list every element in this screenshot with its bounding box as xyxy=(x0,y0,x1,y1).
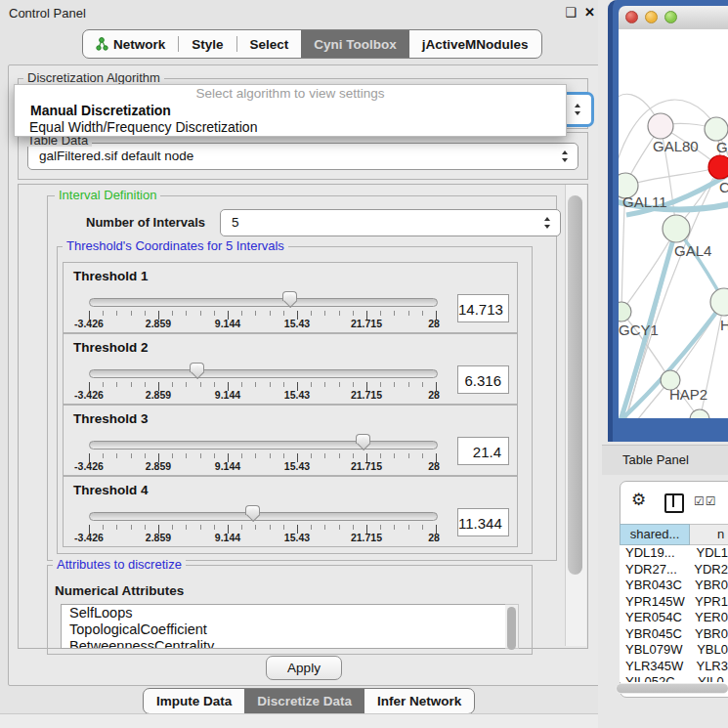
cell[interactable]: YBR045C xyxy=(620,626,688,643)
tick-label: 9.144 xyxy=(215,389,240,401)
table-row[interactable]: YER054CYER0 xyxy=(620,610,728,626)
node-label: GAL11 xyxy=(622,193,667,210)
tick-label: 2.859 xyxy=(146,389,171,401)
slider-thumb[interactable] xyxy=(282,291,297,308)
split-column-icon[interactable] xyxy=(664,493,684,513)
tick-label: 2.859 xyxy=(146,532,171,543)
node-partial-right[interactable] xyxy=(710,288,728,316)
tick-label: 9.144 xyxy=(215,532,240,543)
tab-select[interactable]: Select xyxy=(237,30,302,58)
cell[interactable]: YPR145W xyxy=(620,594,688,611)
stepper-arrows-icon[interactable] xyxy=(562,150,569,162)
tab-network[interactable]: Network xyxy=(83,30,178,58)
cell[interactable]: YLR345W xyxy=(620,659,689,675)
table-row[interactable]: YPR145WYPR1 xyxy=(620,594,728,611)
tab-label: Infer Network xyxy=(377,694,461,708)
stepper-arrows-icon[interactable] xyxy=(575,104,581,115)
tab-label: Select xyxy=(250,37,289,52)
cell[interactable]: YLR3 xyxy=(689,659,728,675)
table-row[interactable]: YBR043CYBR0 xyxy=(620,578,728,594)
cell[interactable]: YDR27... xyxy=(620,562,687,578)
node-table-body[interactable]: YDL19...YDL1 YDR27...YDR2 YBR043CYBR0 YP… xyxy=(620,545,728,682)
settings-scrollbar-thumb[interactable] xyxy=(568,195,582,575)
number-of-intervals-combobox[interactable]: 5 xyxy=(220,209,561,236)
float-window-icon[interactable]: ❑ xyxy=(565,5,577,20)
stepper-arrows-icon[interactable] xyxy=(544,217,551,229)
cell[interactable]: YDL1 xyxy=(689,545,728,562)
slider-track[interactable] xyxy=(89,441,438,450)
table-row[interactable]: YBR045CYBR0 xyxy=(620,626,728,643)
dropdown-item-equal-width[interactable]: Equal Width/Frequency Discretization xyxy=(15,119,566,136)
tick-label: 2.859 xyxy=(146,460,171,472)
threshold-value-field[interactable]: 6.316 xyxy=(457,365,509,394)
node-partial-top-right[interactable] xyxy=(705,117,728,141)
list-item[interactable]: BetweennessCentrality xyxy=(62,638,505,649)
dropdown-prompt-item[interactable]: Select algorithm to view settings xyxy=(15,85,566,103)
table-row[interactable]: YDR27...YDR2 xyxy=(620,562,728,578)
tab-infer-network[interactable]: Infer Network xyxy=(364,689,474,713)
slider-thumb[interactable] xyxy=(190,363,204,379)
table-row[interactable]: YLR345WYLR3 xyxy=(620,659,728,675)
tick-label: 28 xyxy=(428,318,440,329)
slider-track[interactable] xyxy=(89,512,438,521)
cell[interactable]: YBR0 xyxy=(688,626,728,643)
dropdown-item-manual-discretization[interactable]: Manual Discretization xyxy=(15,103,566,119)
list-item[interactable]: TopologicalCoefficient xyxy=(62,621,505,638)
slider-track[interactable] xyxy=(89,298,438,307)
node-gcy1[interactable] xyxy=(619,302,631,321)
network-window-titlebar[interactable] xyxy=(619,6,728,30)
table-horizontal-scrollbar[interactable] xyxy=(616,683,728,694)
tick-label: -3.426 xyxy=(74,532,104,543)
list-item[interactable]: SelfLoops xyxy=(62,605,505,621)
network-canvas[interactable]: GAL80 GA C GAL11 GAL4 GCY1 H HAP2 xyxy=(619,29,728,418)
checkbox-icons[interactable]: ☑☑ xyxy=(694,494,717,508)
cell[interactable]: YPR1 xyxy=(688,594,728,611)
gear-icon[interactable]: ⚙ xyxy=(631,492,646,508)
minimize-traffic-light-icon[interactable] xyxy=(645,11,658,23)
table-data-combobox[interactable]: galFiltered.sif default node xyxy=(27,143,578,170)
cell[interactable]: YBR0 xyxy=(688,578,728,594)
cell[interactable]: YDL19... xyxy=(620,545,689,562)
numerical-attributes-list[interactable]: SelfLoops TopologicalCoefficient Between… xyxy=(61,604,506,649)
threshold-value-field[interactable]: 14.713 xyxy=(457,294,509,322)
tab-jactivemnodules[interactable]: jActiveMNodules xyxy=(409,30,541,58)
tab-discretize-data[interactable]: Discretize Data xyxy=(244,689,364,713)
table-row[interactable]: YIL052CYIL0 xyxy=(620,674,728,682)
cell[interactable]: YER0 xyxy=(688,610,728,626)
node-selected-red[interactable] xyxy=(708,155,728,179)
zoom-traffic-light-icon[interactable] xyxy=(664,11,677,23)
tab-style[interactable]: Style xyxy=(179,30,236,58)
threshold-value-field[interactable]: 11.344 xyxy=(457,508,509,536)
slider-thumb[interactable] xyxy=(356,434,370,450)
column-header-shared-name[interactable]: shared... xyxy=(620,524,690,545)
close-icon[interactable]: ✕ xyxy=(584,5,595,20)
slider-track[interactable] xyxy=(89,369,438,378)
tab-cyni-toolbox[interactable]: Cyni Toolbox xyxy=(301,30,409,58)
cell[interactable]: YER054C xyxy=(620,610,688,626)
threshold-value-field[interactable]: 21.4 xyxy=(457,437,509,465)
cell[interactable]: YDR2 xyxy=(687,562,728,578)
node-gal4[interactable] xyxy=(663,215,690,242)
table-header-row: shared... n xyxy=(620,524,728,545)
cell[interactable]: YIL052C xyxy=(620,674,691,682)
slider-ticks xyxy=(89,382,437,391)
table-panel-titlebar: Table Panel xyxy=(602,445,728,475)
node-label: H xyxy=(720,317,728,333)
cell[interactable]: YBL0 xyxy=(690,642,728,659)
cell[interactable]: YIL0 xyxy=(691,674,724,682)
slider-thumb[interactable] xyxy=(245,505,260,522)
tab-label: Cyni Toolbox xyxy=(314,37,397,52)
table-row[interactable]: YDL19...YDL1 xyxy=(620,545,728,562)
cell[interactable]: YBL079W xyxy=(620,642,690,659)
scrollbar-thumb[interactable] xyxy=(617,684,728,693)
close-traffic-light-icon[interactable] xyxy=(625,11,638,23)
table-row[interactable]: YBL079WYBL0 xyxy=(620,642,728,659)
tab-impute-data[interactable]: Impute Data xyxy=(144,689,244,713)
column-header-name[interactable]: n xyxy=(690,524,728,545)
node-label: GAL4 xyxy=(674,242,711,259)
list-scrollbar-thumb[interactable] xyxy=(507,607,516,650)
node-gal80[interactable] xyxy=(648,113,673,139)
cell[interactable]: YBR043C xyxy=(620,578,688,594)
threshold-4-panel: Threshold 4 -3.426 2.859 9.144 15.43 21.… xyxy=(63,476,518,547)
apply-button[interactable]: Apply xyxy=(266,656,342,680)
